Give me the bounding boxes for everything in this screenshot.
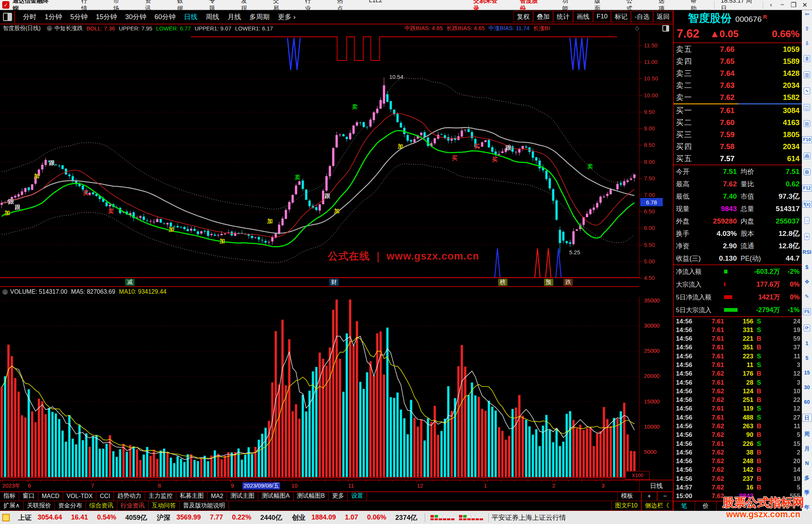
volume-chart[interactable]: [0, 297, 639, 479]
event-badge-跌[interactable]: 跌: [564, 279, 573, 286]
indicator-tab-测试幅图A[interactable]: 测试幅图A: [258, 491, 294, 501]
indicator-tab-窗口[interactable]: 窗口: [19, 491, 38, 501]
index-创业[interactable]: 创业1884.091.070.06%2374亿: [286, 513, 421, 522]
link-图文F10[interactable]: 图文F10: [611, 501, 641, 510]
period-30min[interactable]: 30: [804, 385, 810, 390]
layout-toggle-icon[interactable]: [3, 13, 12, 21]
kline-chart-icon[interactable]: ◫: [804, 104, 810, 111]
indicator-tab-测试主图[interactable]: 测试主图: [227, 491, 258, 501]
toolbar-button-标记[interactable]: 标记: [611, 11, 631, 22]
sell-level-row[interactable]: 卖二7.632034: [674, 79, 803, 91]
toolbar-button-叠加[interactable]: 叠加: [533, 11, 553, 22]
indicator-tab-VOL-TDX[interactable]: VOL-TDX: [63, 491, 96, 501]
indicator-tab-设置[interactable]: 设置: [348, 491, 367, 501]
period-tab-60分钟[interactable]: 60分钟: [155, 12, 176, 21]
extension-tab-互动问答[interactable]: 互动问答: [148, 501, 180, 510]
move-icon[interactable]: ✥: [805, 279, 809, 284]
back-arrow-icon[interactable]: ⇦: [805, 11, 809, 17]
back-button[interactable]: ‹: [765, 1, 777, 9]
restore-button[interactable]: ❐: [788, 1, 799, 9]
auto-icon[interactable]: 自: [804, 169, 810, 175]
document-icon[interactable]: ▤: [804, 120, 810, 127]
index-上证[interactable]: 上证3054.6416.410.54%4059亿: [13, 513, 151, 522]
period-tab-日线[interactable]: 日线: [184, 12, 197, 21]
buy-level-row[interactable]: 买五7.57614: [674, 153, 803, 165]
period-day[interactable]: 日: [803, 414, 812, 421]
buy-level-row[interactable]: 买三7.591805: [674, 128, 803, 140]
period-quarter[interactable]: 季: [804, 490, 810, 495]
indicator-tab-指标[interactable]: 指标: [0, 491, 19, 501]
period-multi[interactable]: 多: [804, 475, 810, 480]
extension-tab-关联报价[interactable]: 关联报价: [24, 501, 55, 510]
money-icon[interactable]: $: [806, 264, 809, 270]
period-tab-更多 ›[interactable]: 更多 ›: [278, 12, 295, 21]
f12-icon[interactable]: F12: [802, 185, 812, 192]
period-tab-30分钟[interactable]: 30分钟: [125, 12, 146, 21]
pane-layout-icon[interactable]: [662, 25, 669, 32]
f10-icon[interactable]: F10: [802, 136, 812, 143]
report-list-icon[interactable]: ≣: [804, 55, 810, 62]
period-tab-5分钟[interactable]: 5分钟: [70, 12, 88, 21]
period-15min[interactable]: 15: [804, 370, 810, 375]
period-5min[interactable]: 5: [806, 355, 809, 361]
indicator-tab-测试幅图B[interactable]: 测试幅图B: [294, 491, 329, 501]
period-1min[interactable]: 1: [806, 341, 809, 346]
template-button-模板[interactable]: 模板: [617, 491, 641, 501]
buy-level-row[interactable]: 买四7.582034: [674, 140, 803, 153]
index-沪深[interactable]: 沪深3569.997.770.22%2440亿: [151, 513, 286, 522]
link-侧边栏《[interactable]: 侧边栏《: [641, 501, 673, 510]
extension-tab-扩展∧[interactable]: 扩展∧: [0, 501, 24, 510]
toolbar-button-复权[interactable]: 复权: [514, 11, 533, 22]
indicator-tab-CCI[interactable]: CCI: [96, 491, 114, 501]
extension-tab-普及版功能说明[interactable]: 普及版功能说明: [180, 501, 229, 510]
extension-tab-综合资讯[interactable]: 综合资讯: [86, 501, 117, 510]
period-n[interactable]: N: [805, 461, 809, 466]
circle-icon[interactable]: ○: [804, 217, 809, 224]
refresh-icon[interactable]: ⟳: [804, 325, 810, 331]
template-button-−[interactable]: −: [657, 491, 673, 501]
indicator-tab-MACD[interactable]: MACD: [38, 491, 63, 501]
tick-tab-笔[interactable]: 笔: [674, 501, 695, 511]
f5-icon[interactable]: F5: [803, 308, 810, 315]
toolbar-button-画线[interactable]: 画线: [573, 11, 593, 22]
grid-columns-icon[interactable]: ▥: [804, 71, 810, 78]
rsi-icon[interactable]: RSI: [803, 249, 811, 255]
indicator-name[interactable]: 中短长涨跌: [55, 25, 83, 32]
period-tab-15分钟[interactable]: 15分钟: [96, 12, 117, 21]
tree-structure-icon[interactable]: 品: [804, 153, 810, 159]
extension-tab-资金分布[interactable]: 资金分布: [55, 501, 86, 510]
period-tab-1分钟[interactable]: 1分钟: [45, 12, 62, 21]
wave-icon[interactable]: ≈: [804, 233, 809, 240]
indicator-tab-更多[interactable]: 更多: [329, 491, 348, 501]
extension-tab-行业资讯[interactable]: 行业资讯: [117, 501, 148, 510]
sell-level-row[interactable]: 卖五7.661059: [674, 43, 803, 55]
sell-level-row[interactable]: 卖四7.651589: [674, 55, 803, 67]
toolbar-button-统计[interactable]: 统计: [553, 11, 573, 22]
sell-level-row[interactable]: 卖三7.641428: [674, 67, 803, 79]
event-badge-榜[interactable]: 榜: [498, 279, 508, 286]
toolbar-button-返回[interactable]: 返回: [653, 11, 673, 22]
indicator-tab-私募主图[interactable]: 私募主图: [176, 491, 208, 501]
market-status-icon[interactable]: [2, 514, 10, 521]
event-badge-预[interactable]: 预: [544, 279, 553, 286]
candlestick-chart[interactable]: [0, 32, 639, 279]
tick-list[interactable]: 14:567.61156S2414:567.61331S1914:567.612…: [674, 317, 803, 501]
event-badge-减[interactable]: 减: [125, 279, 135, 286]
indicator-tab-主力监控[interactable]: 主力监控: [145, 491, 176, 501]
period-week[interactable]: 周: [804, 431, 810, 436]
sell-level-row[interactable]: 卖一7.621582: [674, 91, 803, 103]
event-badge-财[interactable]: 财: [329, 279, 339, 286]
formula-icon[interactable]: f(x): [802, 201, 812, 208]
period-month[interactable]: 月: [804, 446, 810, 451]
period-tab-多周期[interactable]: 多周期: [249, 12, 270, 21]
indicator-tab-趋势动力[interactable]: 趋势动力: [114, 491, 145, 501]
buy-level-row[interactable]: 买二7.604163: [674, 116, 803, 128]
up-arrow-icon[interactable]: ⇧: [805, 26, 809, 31]
toolbar-button-F10[interactable]: F10: [593, 11, 611, 22]
template-button-+[interactable]: +: [641, 491, 657, 501]
period-tab-分时[interactable]: 分时: [23, 12, 36, 21]
chevron-down-icon[interactable]: ⌄: [47, 26, 52, 31]
buy-level-row[interactable]: 买一7.613084: [674, 104, 803, 116]
trend-line-icon[interactable]: ∿: [804, 88, 810, 94]
minimize-button[interactable]: −: [777, 1, 788, 9]
